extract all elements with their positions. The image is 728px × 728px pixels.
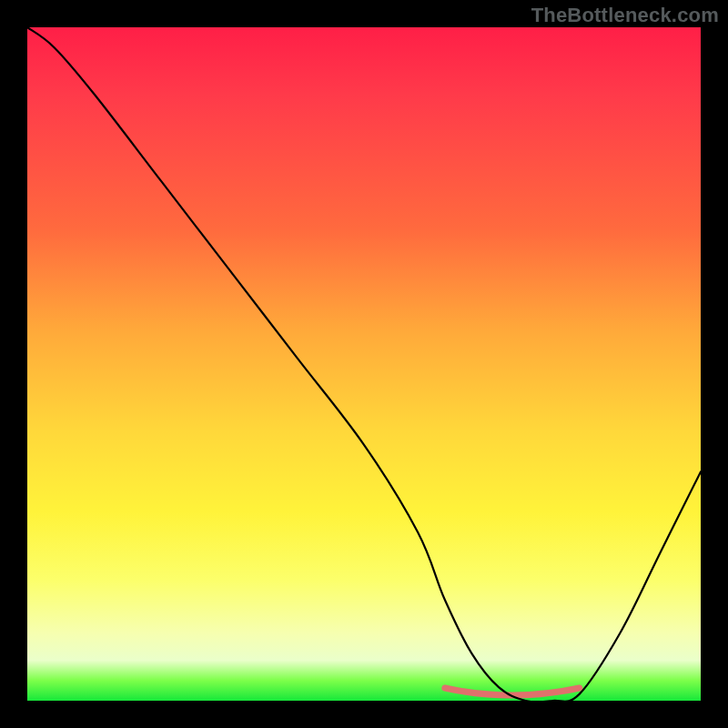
bottleneck-curve	[27, 27, 701, 703]
watermark-text: TheBottleneck.com	[531, 4, 719, 27]
chart-frame: TheBottleneck.com	[0, 0, 728, 728]
chart-svg	[27, 27, 701, 701]
curve-highlight-flat-segment	[445, 688, 580, 695]
chart-plot-area	[27, 27, 701, 701]
